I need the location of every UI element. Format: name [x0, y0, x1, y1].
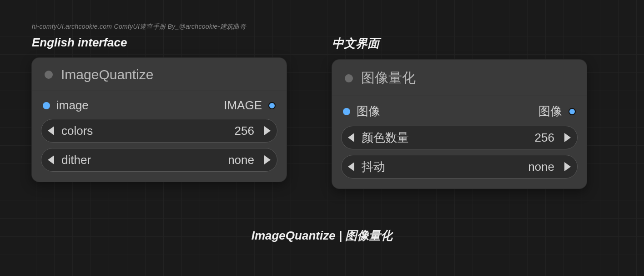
decrement-icon[interactable] — [348, 133, 354, 142]
prev-option-icon[interactable] — [348, 162, 354, 171]
output-label-zh: 图像 — [538, 103, 562, 119]
prev-option-icon[interactable] — [48, 155, 54, 164]
input-label-en: image — [56, 98, 89, 112]
output-label-en: IMAGE — [224, 98, 262, 112]
io-row-en: image IMAGE — [32, 91, 287, 119]
param-dither-en[interactable]: dither none — [41, 148, 277, 172]
node-header-zh[interactable]: 图像量化 — [332, 60, 587, 96]
param-colors-en[interactable]: colors 256 — [41, 119, 277, 143]
english-heading: English interface — [32, 36, 287, 50]
chinese-pane: 中文界面 图像量化 图像 图像 — [332, 36, 587, 189]
node-imagequantize-en[interactable]: ImageQuantize image IMAGE colors — [32, 58, 287, 182]
input-socket-icon[interactable] — [43, 102, 50, 109]
input-socket-icon[interactable] — [343, 108, 350, 115]
param-label: dither — [61, 153, 91, 167]
watermark-text: hi-comfyUI.archcookie.com ComfyUI速查手册 By… — [32, 23, 612, 31]
chinese-heading: 中文界面 — [332, 36, 587, 51]
next-option-icon[interactable] — [564, 162, 571, 171]
io-row-zh: 图像 图像 — [332, 96, 587, 126]
param-value[interactable]: none — [385, 160, 557, 174]
node-imagequantize-zh[interactable]: 图像量化 图像 图像 颜色数量 256 — [332, 60, 587, 189]
param-value[interactable]: none — [91, 153, 257, 167]
param-label: 颜色数量 — [362, 130, 409, 146]
node-title-en: ImageQuantize — [61, 67, 153, 82]
increment-icon[interactable] — [564, 133, 571, 142]
next-option-icon[interactable] — [264, 155, 271, 164]
param-label: 抖动 — [362, 159, 385, 175]
param-label: colors — [61, 124, 93, 138]
node-title-zh: 图像量化 — [361, 69, 416, 87]
param-dither-zh[interactable]: 抖动 none — [341, 155, 578, 179]
increment-icon[interactable] — [264, 126, 271, 135]
input-label-zh: 图像 — [357, 103, 380, 119]
param-value[interactable]: 256 — [93, 124, 257, 138]
english-pane: English interface ImageQuantize image IM… — [32, 36, 287, 189]
figure-caption: ImageQuantize | 图像量化 — [0, 228, 644, 244]
node-header-en[interactable]: ImageQuantize — [32, 58, 287, 91]
param-colors-zh[interactable]: 颜色数量 256 — [341, 126, 578, 149]
output-socket-icon[interactable] — [268, 102, 276, 109]
param-value[interactable]: 256 — [409, 131, 557, 145]
node-dot-icon — [45, 71, 53, 79]
decrement-icon[interactable] — [48, 126, 54, 135]
node-dot-icon — [345, 74, 353, 82]
output-socket-icon[interactable] — [569, 108, 576, 115]
